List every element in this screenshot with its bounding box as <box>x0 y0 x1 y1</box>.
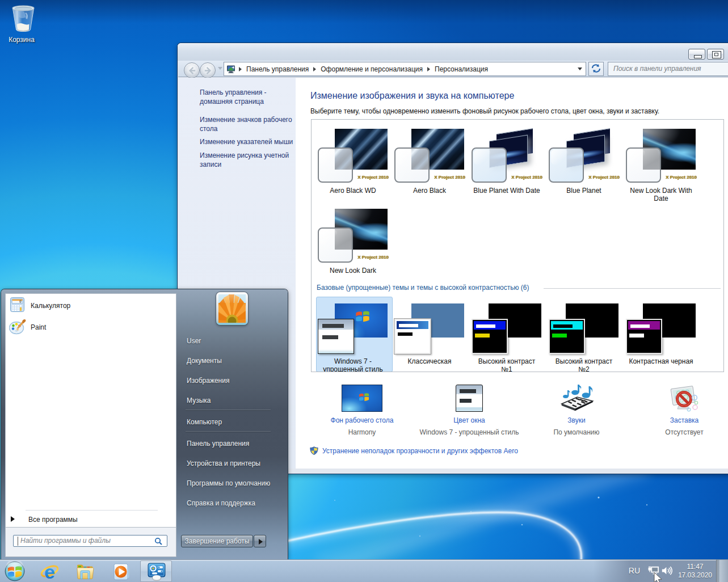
svg-text:0: 0 <box>19 300 22 304</box>
svg-text:e: e <box>44 562 55 581</box>
